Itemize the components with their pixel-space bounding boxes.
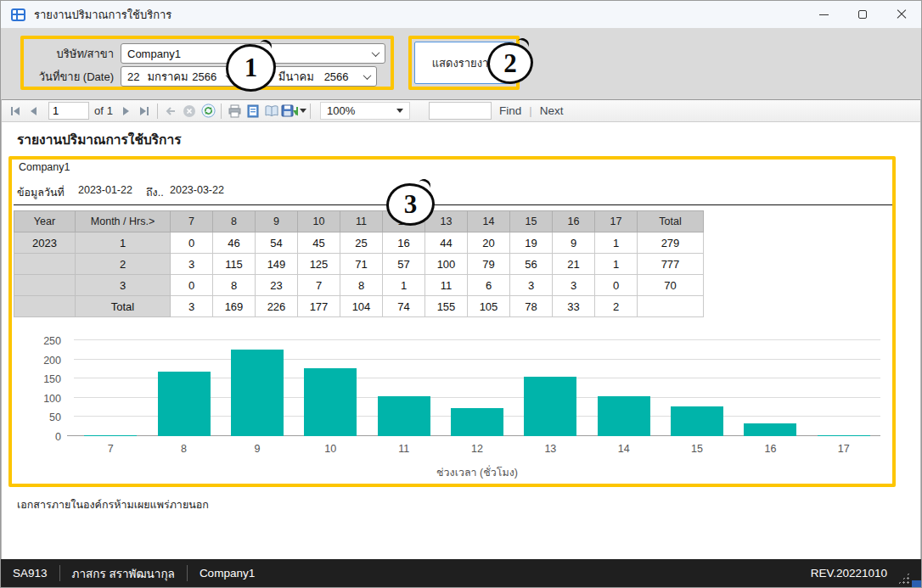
last-page-button[interactable] [135, 102, 154, 120]
report-body: รายงานปริมาณการใช้บริการ 3 Company1 ข้อม… [2, 122, 920, 559]
highlight-box-filters: บริษัท/สาขา Company1 วันที่ขาย (Date) 22… [20, 36, 394, 90]
status-company: Company1 [188, 567, 267, 580]
app-window: รายงานปริมาณการใช้บริการ บริษัท/สาขา Com… [0, 0, 922, 588]
back-arrow-icon [164, 104, 177, 118]
print-button[interactable] [225, 102, 244, 120]
date-label: วันที่ขาย (Date) [29, 68, 121, 86]
annotation-circle-1: 1 [226, 44, 276, 92]
chevron-down-icon [396, 109, 403, 113]
print-layout-button[interactable] [244, 102, 262, 120]
previous-page-button[interactable] [25, 102, 43, 120]
refresh-icon [201, 104, 216, 118]
last-page-icon [138, 104, 151, 118]
corner-accent [912, 580, 921, 587]
next-page-icon [119, 104, 132, 118]
zoom-value: 100% [327, 104, 355, 117]
chevron-down-icon [363, 71, 372, 80]
first-page-button[interactable] [6, 102, 25, 120]
date-from-dropdown[interactable]: 22 มกราคม 2566 [121, 66, 239, 87]
date-from-day: 22 [127, 70, 139, 83]
print-layout-icon [246, 104, 260, 118]
report-viewer: of 1 [1, 99, 921, 559]
close-icon [897, 9, 907, 20]
annotation-circle-2: 2 [487, 42, 533, 84]
status-code: SA913 [1, 567, 59, 580]
status-user: ภาสกร สราพัฒนากุล [60, 564, 187, 583]
find-link[interactable]: Find [492, 104, 529, 117]
minimize-button[interactable] [804, 1, 843, 28]
back-button[interactable] [161, 102, 180, 120]
report-toolbar: of 1 [2, 99, 920, 122]
chevron-down-icon [372, 48, 380, 57]
zoom-dropdown[interactable]: 100% [320, 102, 410, 120]
export-save-icon [281, 104, 298, 118]
date-to-year: 2566 [324, 70, 349, 83]
report-title: รายงานปริมาณการใช้บริการ [17, 129, 182, 150]
date-from-month: มกราคม [147, 68, 188, 86]
find-input[interactable] [429, 102, 492, 120]
page-setup-button[interactable] [262, 102, 281, 120]
date-from-year: 2566 [192, 70, 216, 83]
stop-icon [183, 104, 196, 118]
window-controls [804, 1, 921, 28]
window-title: รายงานปริมาณการใช้บริการ [34, 6, 171, 24]
export-button[interactable] [281, 102, 306, 120]
total-pages: 1 [107, 104, 113, 117]
filter-panel: บริษัท/สาขา Company1 วันที่ขาย (Date) 22… [1, 28, 921, 99]
report-footer-note: เอกสารภายในองค์กรห้ามเผยแพร่ภายนอก [17, 496, 209, 513]
close-button[interactable] [882, 1, 921, 28]
toolbar-separator [157, 104, 158, 119]
company-dropdown-value: Company1 [127, 48, 181, 60]
refresh-button[interactable] [199, 102, 217, 120]
page-number-input[interactable] [48, 102, 89, 120]
status-revision: REV.20221010 [799, 567, 921, 580]
minimize-icon [819, 14, 829, 15]
highlight-box-report [8, 156, 896, 487]
toolbar-separator [221, 104, 222, 119]
status-bar: SA913 ภาสกร สราพัฒนากุล Company1 REV.202… [1, 559, 921, 587]
stop-button[interactable] [180, 102, 199, 120]
first-page-icon [8, 104, 22, 118]
export-dropdown-arrow [300, 109, 306, 113]
maximize-icon [858, 10, 867, 19]
app-icon [11, 8, 25, 21]
title-bar: รายงานปริมาณการใช้บริการ [1, 1, 921, 28]
company-label: บริษัท/สาขา [29, 45, 121, 63]
next-link[interactable]: Next [532, 104, 571, 117]
printer-icon [228, 104, 242, 118]
toolbar-separator [310, 104, 311, 119]
date-to-month: มีนาคม [278, 68, 314, 86]
previous-page-icon [27, 104, 41, 118]
next-page-button[interactable] [116, 102, 135, 120]
maximize-button[interactable] [843, 1, 882, 28]
annotation-circle-3: 3 [386, 183, 435, 226]
page-setup-icon [264, 104, 279, 118]
of-label: of [94, 104, 104, 117]
